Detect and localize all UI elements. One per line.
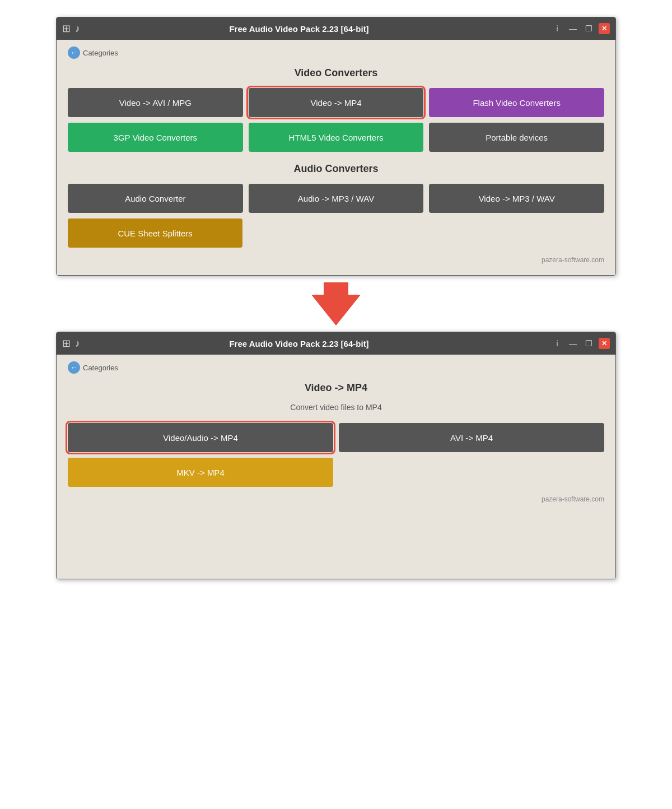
- back-circle-2: ←: [68, 361, 80, 374]
- portable-devices-button[interactable]: Portable devices: [429, 123, 604, 152]
- video-section-title: Video Converters: [68, 67, 604, 79]
- mp4-subtitle: Convert video files to MP4: [68, 403, 604, 412]
- video-buttons-grid: Video -> AVI / MPG Video -> MP4 Flash Vi…: [68, 88, 604, 152]
- transition-arrow: [56, 276, 616, 332]
- window-2: ⊞ ♪ Free Audio Video Pack 2.23 [64-bit] …: [56, 332, 616, 579]
- video-3gp-button[interactable]: 3GP Video Converters: [68, 123, 243, 152]
- categories-label-1: Categories: [83, 49, 118, 57]
- close-button-1[interactable]: ✕: [599, 23, 610, 34]
- back-button-2[interactable]: ← Categories: [68, 361, 118, 374]
- audio-section: Audio Converters Audio Converter Audio -…: [68, 163, 604, 248]
- info-button-2[interactable]: i: [552, 338, 563, 349]
- back-circle-1: ←: [68, 47, 80, 59]
- mp4-section-title: Video -> MP4: [68, 382, 604, 394]
- cue-sheet-button[interactable]: CUE Sheet Splitters: [68, 218, 242, 248]
- watermark-1: pazera-software.com: [68, 256, 604, 264]
- mkv-mp4-button[interactable]: MKV -> MP4: [68, 458, 333, 487]
- audio-buttons-grid: Audio Converter Audio -> MP3 / WAV Video…: [68, 184, 604, 213]
- titlebar-1: ⊞ ♪ Free Audio Video Pack 2.23 [64-bit] …: [57, 17, 615, 40]
- window-controls-2: i — ❐ ✕: [552, 338, 610, 349]
- maximize-button[interactable]: ❐: [583, 23, 594, 34]
- categories-bar-1: ← Categories: [68, 47, 604, 59]
- window-controls-1: i — ❐ ✕: [552, 23, 610, 34]
- audio-section-title: Audio Converters: [68, 163, 604, 175]
- minimize-button[interactable]: —: [567, 23, 578, 34]
- video-mp4-button[interactable]: Video -> MP4: [249, 88, 424, 117]
- arrow-shaft: [324, 282, 348, 295]
- window-title-2: Free Audio Video Pack 2.23 [64-bit]: [56, 339, 552, 348]
- window-content-1: ← Categories Video Converters Video -> A…: [57, 40, 615, 275]
- video-avi-mpg-button[interactable]: Video -> AVI / MPG: [68, 88, 243, 117]
- mp4-buttons-row1: Video/Audio -> MP4 AVI -> MP4: [68, 423, 604, 452]
- maximize-button-2[interactable]: ❐: [583, 338, 594, 349]
- window-content-2: ← Categories Video -> MP4 Convert video …: [57, 355, 615, 579]
- audio-converter-button[interactable]: Audio Converter: [68, 184, 243, 213]
- window-title-1: Free Audio Video Pack 2.23 [64-bit]: [56, 24, 552, 34]
- close-button-2[interactable]: ✕: [599, 338, 610, 349]
- html5-video-button[interactable]: HTML5 Video Converters: [249, 123, 424, 152]
- titlebar-2: ⊞ ♪ Free Audio Video Pack 2.23 [64-bit] …: [57, 332, 615, 355]
- watermark-2: pazera-software.com: [68, 495, 604, 503]
- arrow-head: [311, 295, 361, 326]
- categories-label-2: Categories: [83, 364, 118, 372]
- mp4-buttons-row2: MKV -> MP4: [68, 458, 604, 487]
- categories-bar-2: ← Categories: [68, 361, 604, 374]
- video-audio-mp4-button[interactable]: Video/Audio -> MP4: [68, 423, 333, 452]
- info-button[interactable]: i: [552, 23, 563, 34]
- avi-mp4-button[interactable]: AVI -> MP4: [339, 423, 604, 452]
- flash-video-button[interactable]: Flash Video Converters: [429, 88, 604, 117]
- minimize-button-2[interactable]: —: [567, 338, 578, 349]
- back-button-1[interactable]: ← Categories: [68, 47, 118, 59]
- audio-mp3-wav-button[interactable]: Audio -> MP3 / WAV: [249, 184, 424, 213]
- video-mp3-wav-button[interactable]: Video -> MP3 / WAV: [429, 184, 604, 213]
- window-1: ⊞ ♪ Free Audio Video Pack 2.23 [64-bit] …: [56, 17, 616, 276]
